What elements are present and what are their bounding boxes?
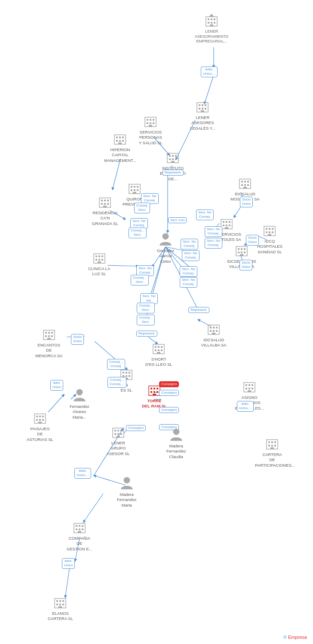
badge-socio-unico-enc[interactable]: SocioÚnico [71, 334, 84, 345]
node-adm-unico-as[interactable]: Adm.Unico,... [237, 401, 254, 412]
node-label-cartera: CARTERADEPARTICIPACIONES... [255, 452, 289, 468]
badge-consej-secr-cl[interactable]: Consej. ,Secr. [131, 275, 149, 286]
node-socio-unico-v[interactable]: SocioÚnico [239, 260, 252, 270]
svg-rect-216 [82, 525, 83, 527]
badge-consej-secr-r[interactable]: Consej. ,Secr. [129, 228, 147, 238]
svg-rect-125 [238, 252, 239, 253]
node-represent-inst[interactable]: Represent. [163, 170, 184, 176]
svg-rect-90 [131, 186, 132, 188]
node-secr-no-consej-main[interactable]: Secr. NoConsej. [182, 250, 199, 261]
badge-consejero-t3[interactable]: Consejero [159, 407, 179, 413]
node-consej-secr-3[interactable]: Consej. ,Secr. [137, 315, 155, 325]
svg-rect-139 [210, 327, 212, 328]
node-represent-idc[interactable]: Represent. [188, 307, 209, 313]
badge-secr-no-consej-v1[interactable]: Secr. NoConsej. [181, 239, 198, 249]
node-label-compania: COMPAÑIADEGESTION E... [67, 536, 92, 552]
node-secr-con[interactable]: Secr Con [168, 217, 187, 223]
svg-rect-40 [208, 18, 209, 20]
badge-consej-n1[interactable]: Consej. ,Consej.... [107, 377, 126, 388]
node-secr-no-consej-v3[interactable]: Secr. NoConsej. [180, 277, 197, 288]
badge-adm-unico-as[interactable]: Adm.Unico,... [237, 401, 254, 412]
badge-socio-unico-v[interactable]: SocioÚnico [239, 260, 252, 270]
svg-rect-111 [229, 225, 230, 226]
badge-adm-unico-f[interactable]: Adm.Unico [50, 380, 63, 391]
badge-secr-no-consej-v2[interactable]: Secr. NoConsej. [180, 266, 197, 277]
svg-line-31 [84, 494, 103, 522]
node-adm-unico-top[interactable]: Adm.Unico,... [201, 67, 218, 77]
svg-rect-188 [114, 430, 116, 431]
svg-rect-222 [56, 600, 58, 602]
svg-rect-217 [76, 529, 77, 530]
svg-rect-77 [169, 158, 171, 160]
node-socio-unico-enc[interactable]: SocioÚnico [71, 334, 84, 345]
node-adm-unico-f[interactable]: Adm.Unico [50, 380, 63, 391]
node-adm-unico-lg[interactable]: Adm.Unico,... [74, 468, 91, 479]
building-icon-compania [72, 519, 87, 535]
svg-rect-98 [101, 200, 103, 201]
node-clinica-luz: CLINICA LALUZ SL [88, 250, 110, 277]
svg-rect-135 [98, 259, 100, 261]
svg-rect-147 [45, 332, 47, 334]
svg-rect-172 [153, 388, 155, 389]
svg-rect-148 [48, 332, 50, 334]
node-consejero-t2[interactable]: Consejero [159, 390, 179, 396]
badge-represent-idc[interactable]: Represent. [188, 307, 209, 313]
svg-rect-64 [149, 125, 152, 127]
badge-consejero-t2[interactable]: Consejero [159, 390, 179, 396]
badge-secr-no-consej-idc2a[interactable]: Secr. NoConsej. [205, 226, 222, 237]
building-icon-instituto [165, 149, 181, 165]
node-consej-n1[interactable]: Consej. ,Consej.... [107, 377, 126, 388]
svg-rect-200 [245, 388, 247, 389]
badge-consej-secr-2[interactable]: Consej. ,Secr. [137, 303, 155, 313]
node-consejero-t1[interactable]: Consejero [159, 381, 179, 387]
badge-represent-main[interactable]: Represent. [136, 331, 157, 337]
svg-rect-132 [98, 255, 100, 257]
svg-rect-211 [270, 447, 274, 449]
building-icon-idcsalud-villalba [206, 321, 221, 337]
node-secr-no-consej-idc1[interactable]: Secr. NoConsej. [196, 210, 214, 220]
node-secr-no-consej-idc2[interactable]: Secr. NoConsej. Secr. NoConsej. [205, 226, 222, 249]
badge-consejero-lg[interactable]: Consejero [126, 425, 146, 431]
badge-secr-no-consej-v3[interactable]: Secr. NoConsej. [180, 277, 197, 288]
badge-consej-secr-q[interactable]: Consej.Secr. [134, 203, 150, 213]
node-represent-main[interactable]: Represent. [136, 331, 157, 337]
badge-secr-con[interactable]: Secr Con [168, 217, 187, 223]
node-consej-secr-q[interactable]: Consej.Secr. [134, 203, 150, 213]
node-consej-secr-r[interactable]: Consej. ,Secr. [129, 228, 147, 238]
person-icon-madera-marta [119, 476, 135, 491]
node-idcsalud-villalba: IDCSALUDVILLALBA SA [201, 321, 227, 348]
badge-consejero-t1[interactable]: Consejero [159, 381, 179, 387]
svg-point-178 [76, 389, 83, 395]
node-label-servicios: SERVICIOSPERSONASY SALUD SL [139, 130, 163, 146]
node-socio-unico-idcm[interactable]: SocioÚnico [240, 197, 253, 207]
badge-secr-no-consej-main[interactable]: Secr. NoConsej. [182, 250, 199, 261]
badge-socio-unico-idcm[interactable]: SocioÚnico [240, 197, 253, 207]
person-icon-gonzalez [158, 232, 173, 247]
node-consejero-t3[interactable]: Consejero [159, 407, 179, 413]
badge-secr-no-consej-idc1[interactable]: Secr. NoConsej. [196, 210, 214, 220]
badge-consej-secr-3[interactable]: Consej. ,Secr. [137, 315, 155, 325]
svg-rect-145 [212, 333, 215, 334]
svg-rect-143 [213, 330, 215, 332]
node-secr-no-consej-v1[interactable]: Secr. NoConsej. [181, 239, 198, 249]
svg-rect-43 [208, 22, 209, 24]
svg-rect-199 [252, 384, 253, 386]
badge-represent-inst[interactable]: Represent. [163, 170, 184, 176]
svg-rect-42 [214, 18, 215, 20]
svg-rect-108 [229, 221, 230, 223]
node-consejero-lg[interactable]: Consejero [126, 425, 146, 431]
badge-adm-unico-cg[interactable]: Adm.Unico [62, 558, 75, 569]
building-icon-paisajes [32, 410, 48, 425]
badge-adm-unico-lg[interactable]: Adm.Unico,... [74, 468, 91, 479]
node-consej-secr-2[interactable]: Consej. ,Secr. [137, 303, 155, 313]
badge-secr-no-consej-idc2b[interactable]: Secr. NoConsej. [205, 238, 222, 249]
building-icon-elanos [52, 595, 68, 610]
svg-rect-215 [79, 525, 80, 527]
badge-adm-unico-top[interactable]: Adm.Unico,... [201, 67, 218, 77]
svg-rect-75 [172, 155, 174, 157]
node-adm-unico-cg[interactable]: Adm.Unico [62, 558, 75, 569]
svg-rect-197 [245, 384, 247, 386]
node-consej-secr-cl[interactable]: Consej. ,Secr. [131, 275, 149, 286]
svg-rect-142 [210, 330, 212, 332]
node-secr-no-consej-v2[interactable]: Secr. NoConsej. [180, 266, 197, 277]
